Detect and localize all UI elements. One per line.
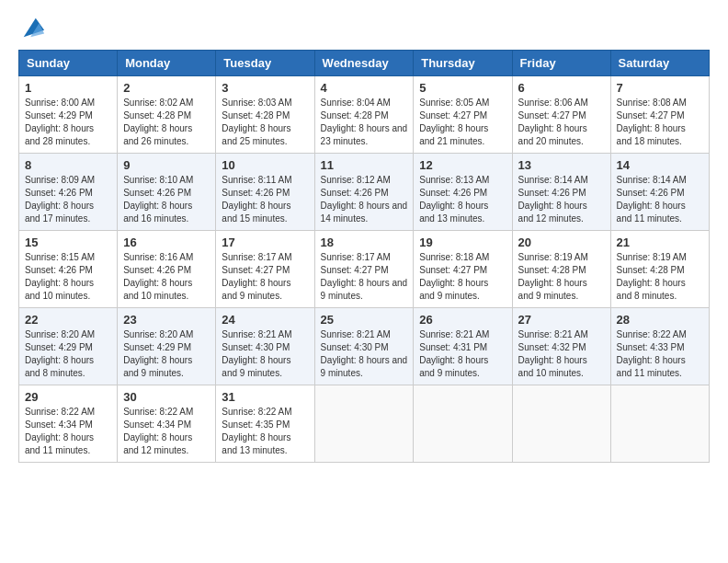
day-info: Sunrise: 8:09 AM Sunset: 4:26 PM Dayligh… <box>25 174 111 225</box>
day-info: Sunrise: 8:04 AM Sunset: 4:28 PM Dayligh… <box>321 97 408 148</box>
day-info: Sunrise: 8:14 AM Sunset: 4:26 PM Dayligh… <box>617 174 703 225</box>
day-info: Sunrise: 8:20 AM Sunset: 4:29 PM Dayligh… <box>25 328 111 380</box>
calendar-week-row: 22 Sunrise: 8:20 AM Sunset: 4:29 PM Dayl… <box>19 308 710 385</box>
calendar-cell: 5 Sunrise: 8:05 AM Sunset: 4:27 PM Dayli… <box>414 76 512 154</box>
calendar-header-friday: Friday <box>512 51 610 76</box>
day-number: 12 <box>419 158 506 172</box>
calendar-cell: 28 Sunrise: 8:22 AM Sunset: 4:33 PM Dayl… <box>610 308 709 385</box>
day-info: Sunrise: 8:06 AM Sunset: 4:27 PM Dayligh… <box>518 97 605 148</box>
day-number: 4 <box>321 81 408 95</box>
day-number: 19 <box>419 236 506 249</box>
day-number: 29 <box>25 390 111 404</box>
day-info: Sunrise: 8:14 AM Sunset: 4:26 PM Dayligh… <box>518 174 605 225</box>
day-info: Sunrise: 8:22 AM Sunset: 4:35 PM Dayligh… <box>222 406 308 457</box>
day-number: 17 <box>222 236 308 249</box>
calendar-header-thursday: Thursday <box>414 51 512 76</box>
calendar-header-wednesday: Wednesday <box>314 51 414 76</box>
calendar-cell: 21 Sunrise: 8:19 AM Sunset: 4:28 PM Dayl… <box>610 231 709 308</box>
day-info: Sunrise: 8:20 AM Sunset: 4:29 PM Dayligh… <box>123 328 210 380</box>
day-number: 1 <box>25 81 111 95</box>
day-info: Sunrise: 8:17 AM Sunset: 4:27 PM Dayligh… <box>321 251 408 303</box>
day-info: Sunrise: 8:21 AM Sunset: 4:32 PM Dayligh… <box>518 328 605 380</box>
day-number: 26 <box>419 313 506 327</box>
day-number: 23 <box>123 313 210 327</box>
calendar-cell: 30 Sunrise: 8:22 AM Sunset: 4:34 PM Dayl… <box>118 385 216 463</box>
calendar-header-saturday: Saturday <box>610 51 709 76</box>
calendar-header-monday: Monday <box>118 51 216 76</box>
calendar-cell: 16 Sunrise: 8:16 AM Sunset: 4:26 PM Dayl… <box>118 231 216 308</box>
calendar-week-row: 1 Sunrise: 8:00 AM Sunset: 4:29 PM Dayli… <box>19 76 710 154</box>
calendar-cell: 18 Sunrise: 8:17 AM Sunset: 4:27 PM Dayl… <box>314 231 414 308</box>
calendar-cell <box>314 385 414 463</box>
calendar-cell: 13 Sunrise: 8:14 AM Sunset: 4:26 PM Dayl… <box>512 154 610 231</box>
day-info: Sunrise: 8:21 AM Sunset: 4:31 PM Dayligh… <box>419 328 506 380</box>
day-info: Sunrise: 8:22 AM Sunset: 4:34 PM Dayligh… <box>25 406 111 457</box>
calendar-header-row: SundayMondayTuesdayWednesdayThursdayFrid… <box>19 51 710 76</box>
day-number: 30 <box>123 390 210 404</box>
day-info: Sunrise: 8:18 AM Sunset: 4:27 PM Dayligh… <box>419 251 506 303</box>
day-number: 16 <box>123 236 210 249</box>
day-info: Sunrise: 8:02 AM Sunset: 4:28 PM Dayligh… <box>123 97 210 148</box>
day-number: 13 <box>518 158 605 172</box>
day-number: 6 <box>518 81 605 95</box>
calendar-header-tuesday: Tuesday <box>216 51 314 76</box>
calendar-cell: 27 Sunrise: 8:21 AM Sunset: 4:32 PM Dayl… <box>512 308 610 385</box>
day-info: Sunrise: 8:22 AM Sunset: 4:34 PM Dayligh… <box>123 406 210 457</box>
logo <box>18 15 46 40</box>
day-number: 7 <box>617 81 703 95</box>
calendar-cell: 9 Sunrise: 8:10 AM Sunset: 4:26 PM Dayli… <box>118 154 216 231</box>
logo-icon <box>20 15 46 40</box>
day-info: Sunrise: 8:21 AM Sunset: 4:30 PM Dayligh… <box>222 328 308 380</box>
day-info: Sunrise: 8:11 AM Sunset: 4:26 PM Dayligh… <box>222 174 308 225</box>
day-number: 25 <box>321 313 408 327</box>
calendar-cell: 10 Sunrise: 8:11 AM Sunset: 4:26 PM Dayl… <box>216 154 314 231</box>
day-number: 31 <box>222 390 308 404</box>
day-info: Sunrise: 8:21 AM Sunset: 4:30 PM Dayligh… <box>321 328 408 380</box>
calendar-cell: 3 Sunrise: 8:03 AM Sunset: 4:28 PM Dayli… <box>216 76 314 154</box>
day-number: 3 <box>222 81 308 95</box>
day-info: Sunrise: 8:17 AM Sunset: 4:27 PM Dayligh… <box>222 251 308 303</box>
calendar-cell: 24 Sunrise: 8:21 AM Sunset: 4:30 PM Dayl… <box>216 308 314 385</box>
day-info: Sunrise: 8:19 AM Sunset: 4:28 PM Dayligh… <box>617 251 703 303</box>
calendar-cell: 17 Sunrise: 8:17 AM Sunset: 4:27 PM Dayl… <box>216 231 314 308</box>
calendar-cell: 26 Sunrise: 8:21 AM Sunset: 4:31 PM Dayl… <box>414 308 512 385</box>
calendar-cell: 1 Sunrise: 8:00 AM Sunset: 4:29 PM Dayli… <box>19 76 118 154</box>
calendar-cell: 22 Sunrise: 8:20 AM Sunset: 4:29 PM Dayl… <box>19 308 118 385</box>
day-number: 10 <box>222 158 308 172</box>
calendar-cell: 8 Sunrise: 8:09 AM Sunset: 4:26 PM Dayli… <box>19 154 118 231</box>
day-number: 5 <box>419 81 506 95</box>
day-number: 28 <box>617 313 703 327</box>
calendar-week-row: 29 Sunrise: 8:22 AM Sunset: 4:34 PM Dayl… <box>19 385 710 463</box>
calendar-header-sunday: Sunday <box>19 51 118 76</box>
day-number: 2 <box>123 81 210 95</box>
calendar-cell: 14 Sunrise: 8:14 AM Sunset: 4:26 PM Dayl… <box>610 154 709 231</box>
day-info: Sunrise: 8:10 AM Sunset: 4:26 PM Dayligh… <box>123 174 210 225</box>
calendar-cell: 2 Sunrise: 8:02 AM Sunset: 4:28 PM Dayli… <box>118 76 216 154</box>
calendar-cell: 19 Sunrise: 8:18 AM Sunset: 4:27 PM Dayl… <box>414 231 512 308</box>
day-number: 18 <box>321 236 408 249</box>
calendar-cell <box>414 385 512 463</box>
calendar-cell: 25 Sunrise: 8:21 AM Sunset: 4:30 PM Dayl… <box>314 308 414 385</box>
calendar-cell <box>512 385 610 463</box>
calendar-cell: 6 Sunrise: 8:06 AM Sunset: 4:27 PM Dayli… <box>512 76 610 154</box>
page-header <box>18 15 710 40</box>
day-info: Sunrise: 8:08 AM Sunset: 4:27 PM Dayligh… <box>617 97 703 148</box>
day-number: 15 <box>25 236 111 249</box>
calendar-cell: 23 Sunrise: 8:20 AM Sunset: 4:29 PM Dayl… <box>118 308 216 385</box>
day-number: 8 <box>25 158 111 172</box>
calendar-cell: 12 Sunrise: 8:13 AM Sunset: 4:26 PM Dayl… <box>414 154 512 231</box>
calendar-cell: 20 Sunrise: 8:19 AM Sunset: 4:28 PM Dayl… <box>512 231 610 308</box>
day-info: Sunrise: 8:00 AM Sunset: 4:29 PM Dayligh… <box>25 97 111 148</box>
day-number: 14 <box>617 158 703 172</box>
calendar-cell: 31 Sunrise: 8:22 AM Sunset: 4:35 PM Dayl… <box>216 385 314 463</box>
day-info: Sunrise: 8:13 AM Sunset: 4:26 PM Dayligh… <box>419 174 506 225</box>
day-number: 11 <box>321 158 408 172</box>
day-number: 9 <box>123 158 210 172</box>
calendar-cell: 7 Sunrise: 8:08 AM Sunset: 4:27 PM Dayli… <box>610 76 709 154</box>
calendar-table: SundayMondayTuesdayWednesdayThursdayFrid… <box>18 50 710 463</box>
day-info: Sunrise: 8:16 AM Sunset: 4:26 PM Dayligh… <box>123 251 210 303</box>
day-number: 24 <box>222 313 308 327</box>
day-info: Sunrise: 8:22 AM Sunset: 4:33 PM Dayligh… <box>617 328 703 380</box>
calendar-cell: 29 Sunrise: 8:22 AM Sunset: 4:34 PM Dayl… <box>19 385 118 463</box>
day-number: 27 <box>518 313 605 327</box>
